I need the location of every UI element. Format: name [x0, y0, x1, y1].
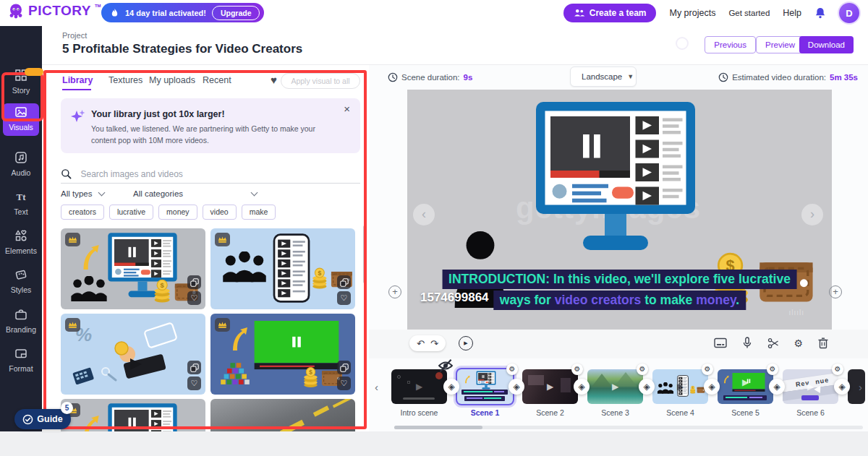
- create-team-button[interactable]: Create a team: [563, 4, 657, 22]
- transition-icon[interactable]: ◈: [769, 379, 785, 395]
- filter-all-types[interactable]: All types: [61, 189, 104, 198]
- chip-lucrative[interactable]: lucrative: [109, 205, 153, 220]
- transition-icon[interactable]: ◈: [443, 379, 459, 395]
- chip-creators[interactable]: creators: [61, 205, 104, 220]
- bell-icon[interactable]: [814, 7, 826, 19]
- carousel-prev-icon[interactable]: ‹: [413, 204, 435, 225]
- nav-help[interactable]: Help: [783, 8, 801, 18]
- scene-settings-icon[interactable]: ⚙: [832, 363, 843, 375]
- sidebar-item-visuals[interactable]: Visuals: [3, 103, 39, 136]
- heart-icon[interactable]: ♡: [337, 377, 351, 390]
- transition-icon[interactable]: ◈: [574, 379, 590, 395]
- previous-button[interactable]: Previous: [705, 36, 756, 53]
- chip-money[interactable]: money: [158, 205, 197, 220]
- tab-my-uploads[interactable]: My uploads: [149, 75, 195, 85]
- apply-visual-to-all-button[interactable]: Apply visual to all: [281, 73, 360, 89]
- preview-monitor-illustration: [507, 98, 724, 264]
- favorites-heart-icon[interactable]: ♥: [271, 74, 277, 86]
- sidebar-item-label: Format: [0, 364, 42, 373]
- nav-my-projects[interactable]: My projects: [669, 8, 715, 18]
- tab-library[interactable]: Library: [62, 75, 93, 85]
- timeline-scene-1[interactable]: ⚙ Scene 1: [457, 369, 513, 404]
- scene-hidden-eye-off-icon[interactable]: [437, 358, 454, 374]
- play-button[interactable]: ▶: [459, 336, 473, 350]
- play-overlay-icon: ▶: [547, 382, 553, 392]
- sidebar-item-elements[interactable]: Elements: [0, 227, 42, 255]
- caption-line-1[interactable]: INTRODUCTION: In this video, we'll explo…: [442, 270, 797, 289]
- scene-settings-icon[interactable]: ⚙: [767, 363, 778, 375]
- undo-icon[interactable]: ↶: [417, 338, 425, 349]
- nav-get-started[interactable]: Get started: [728, 9, 770, 17]
- scissors-icon[interactable]: [767, 337, 779, 349]
- microphone-icon[interactable]: [741, 337, 753, 349]
- tab-recent[interactable]: Recent: [203, 75, 231, 85]
- timeline-scroll-left-icon[interactable]: ‹: [375, 381, 378, 393]
- settings-gear-icon[interactable]: ⚙: [793, 337, 803, 349]
- timeline-scroll-right-icon[interactable]: ›: [859, 381, 862, 393]
- upgrade-button[interactable]: Upgrade: [212, 6, 260, 20]
- timeline-scene-intro[interactable]: ▶ Intro scene: [391, 369, 447, 404]
- scene-settings-icon[interactable]: ⚙: [702, 363, 713, 375]
- transition-icon[interactable]: ◈: [704, 379, 720, 395]
- carousel-next-icon[interactable]: ›: [801, 204, 823, 225]
- video-preview[interactable]: gettyimages ‹ › INTRODUCTION: In this vi…: [407, 90, 832, 330]
- clock-icon: [718, 72, 728, 82]
- timeline-scrollbar-thumb[interactable]: [394, 426, 482, 429]
- styles-icon: [14, 268, 27, 281]
- scene-settings-icon[interactable]: ⚙: [571, 363, 583, 375]
- close-icon[interactable]: ×: [344, 103, 350, 115]
- zoom-out-button[interactable]: +: [388, 285, 401, 298]
- redo-icon[interactable]: ↷: [430, 338, 438, 349]
- copy-icon[interactable]: [187, 361, 201, 374]
- sidebar-item-text[interactable]: Text: [0, 188, 42, 216]
- timeline-scene-5[interactable]: ▶ ⚙ Scene 5: [718, 369, 773, 404]
- library-thumbnail[interactable]: ♡: [210, 228, 355, 309]
- timeline-scene-4[interactable]: ▶ ⚙ Scene 4: [652, 369, 708, 404]
- pictory-logo[interactable]: PICTORY TM: [7, 3, 101, 19]
- search-underline: [61, 183, 360, 184]
- library-thumbnail[interactable]: % ♡: [61, 314, 205, 395]
- aspect-ratio-dropdown[interactable]: Landscape ▼: [570, 66, 637, 87]
- trash-icon[interactable]: [817, 337, 829, 349]
- library-thumbnail[interactable]: ♡: [210, 314, 355, 395]
- search-input[interactable]: [80, 169, 297, 179]
- timeline-scene-2[interactable]: ▶ ⚙ Scene 2: [522, 369, 578, 404]
- chip-make[interactable]: make: [242, 205, 276, 220]
- active-tab-underline: [62, 89, 91, 90]
- scene-settings-icon[interactable]: ⚙: [506, 363, 518, 375]
- library-thumbnail[interactable]: ♡: [61, 228, 205, 309]
- timeline-scene-3[interactable]: ▶ ⚙ Scene 3: [587, 369, 643, 404]
- captions-icon[interactable]: [714, 337, 727, 348]
- sidebar-item-branding[interactable]: Branding: [0, 306, 42, 334]
- sidebar-item-styles[interactable]: Styles: [0, 266, 42, 294]
- copy-icon[interactable]: [337, 275, 351, 289]
- sidebar-item-format[interactable]: Format: [0, 345, 42, 373]
- panel-scrollbar[interactable]: [363, 225, 366, 283]
- download-button[interactable]: Download: [799, 36, 854, 53]
- transition-icon[interactable]: ◈: [639, 379, 655, 395]
- copy-icon[interactable]: [187, 275, 201, 289]
- chip-video[interactable]: video: [203, 205, 237, 220]
- estimated-duration-value: 5m 35s: [830, 73, 858, 82]
- caption-line-2[interactable]: ways for video creators to make money.: [493, 291, 746, 310]
- library-thumbnail[interactable]: [210, 399, 355, 431]
- sidebar-item-story[interactable]: Story: [0, 66, 42, 95]
- transition-icon[interactable]: ◈: [834, 379, 850, 395]
- copy-icon[interactable]: [337, 361, 351, 374]
- sidebar-item-audio[interactable]: Audio: [0, 149, 42, 177]
- filter-all-categories[interactable]: All categories: [133, 189, 257, 198]
- premium-crown-icon: [65, 318, 80, 332]
- timeline-scene-7-partial[interactable]: [848, 369, 865, 404]
- transition-icon[interactable]: ◈: [509, 379, 524, 395]
- heart-icon[interactable]: ♡: [187, 377, 201, 390]
- heart-icon[interactable]: ♡: [337, 291, 351, 305]
- zoom-in-button[interactable]: +: [829, 285, 842, 298]
- guide-count-badge: 5: [61, 402, 73, 414]
- preview-button[interactable]: Preview: [756, 36, 804, 53]
- scene-settings-icon[interactable]: ⚙: [637, 363, 648, 375]
- tab-textures[interactable]: Textures: [109, 75, 142, 85]
- heart-icon[interactable]: ♡: [187, 291, 201, 305]
- timeline-scene-6[interactable]: Revnue ▶ ⚙ Scene 6: [783, 369, 838, 404]
- library-thumbnail[interactable]: [61, 399, 205, 431]
- avatar[interactable]: D: [839, 3, 859, 23]
